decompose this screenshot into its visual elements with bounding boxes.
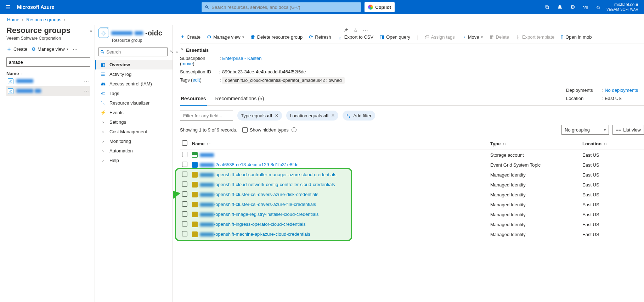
- row-checkbox[interactable]: [182, 152, 187, 157]
- move-button[interactable]: →Move▾: [461, 34, 483, 40]
- row-checkbox[interactable]: [182, 172, 187, 177]
- help-icon[interactable]: ?⃝: [580, 0, 591, 14]
- nav-item-activity-log[interactable]: ☰Activity log: [95, 69, 173, 79]
- select-all-checkbox[interactable]: [182, 140, 187, 146]
- resource-link[interactable]: -openshift-image-registry-installer-clou…: [200, 212, 319, 217]
- breadcrumb-home[interactable]: Home: [7, 17, 19, 22]
- row-type: Managed Identity: [488, 229, 580, 239]
- nav-item-overview[interactable]: ◧Overview: [95, 60, 173, 69]
- manage-view-button[interactable]: ⚙Manage view▾: [207, 34, 244, 40]
- rg-list-item[interactable]: ◎ ⋯: [6, 76, 90, 86]
- row-location: East US: [580, 190, 644, 200]
- create-button[interactable]: ＋Create: [180, 34, 200, 40]
- resource-link[interactable]: -openshift-cluster-csi-drivers-azure-fil…: [200, 202, 316, 207]
- nav-item-access-control-iam-[interactable]: 👥︎Access control (IAM): [95, 79, 173, 89]
- col-name[interactable]: Name ↑↕: [190, 138, 488, 150]
- copilot-button[interactable]: Copilot: [365, 2, 395, 12]
- type-filter-pill[interactable]: Type equals all ✕: [237, 111, 282, 121]
- subscription-move-link[interactable]: move: [181, 61, 193, 66]
- open-query-button[interactable]: ◨Open query: [380, 34, 410, 40]
- rg-list-item[interactable]: ◎ ⋯: [6, 86, 90, 96]
- nav-search[interactable]: 🔍︎: [98, 47, 168, 56]
- grouping-dropdown[interactable]: No grouping ▾: [561, 125, 609, 135]
- info-icon[interactable]: i: [292, 127, 296, 132]
- nav-item-automation[interactable]: ›Automation: [95, 146, 173, 156]
- table-row[interactable]: -openshift-machine-api-azure-cloud-crede…: [180, 229, 644, 239]
- row-checkbox[interactable]: [182, 231, 187, 236]
- nav-item-help[interactable]: ›Help: [95, 156, 173, 165]
- create-button[interactable]: ＋ Create: [6, 46, 27, 52]
- subscription-link[interactable]: Enterprise - Kasten: [222, 56, 261, 61]
- more-icon[interactable]: ⋯: [84, 88, 89, 94]
- manage-view-button[interactable]: ⚙ Manage view ▾: [32, 46, 68, 52]
- cloud-shell-icon[interactable]: ⧉: [542, 0, 553, 14]
- nav-item-resource-visualizer[interactable]: ⋱Resource visualizer: [95, 98, 173, 108]
- sort-menu-icon: ↑↓: [503, 142, 506, 146]
- show-hidden-checkbox[interactable]: [242, 127, 248, 133]
- row-checkbox[interactable]: [182, 201, 187, 207]
- table-row[interactable]: -openshift-ingress-operator-cloud-creden…: [180, 219, 644, 229]
- refresh-button[interactable]: ⟳Refresh: [309, 34, 331, 40]
- row-checkbox[interactable]: [182, 162, 187, 167]
- resource-link[interactable]: -2caf6538-ce13-4ecc-a129-8d1fb31e8fdc: [200, 162, 299, 167]
- deployments-link[interactable]: No deployments: [605, 88, 638, 93]
- row-checkbox[interactable]: [182, 191, 187, 197]
- resource-link[interactable]: [200, 152, 214, 157]
- resource-link[interactable]: -openshift-cluster-csi-drivers-azure-dis…: [200, 192, 318, 197]
- global-search[interactable]: 🔍︎: [202, 2, 361, 12]
- resource-link[interactable]: -openshift-ingress-operator-cloud-creden…: [200, 222, 306, 227]
- breadcrumb-resource-groups[interactable]: Resource groups: [26, 17, 61, 22]
- feedback-icon[interactable]: ☺︎: [593, 0, 604, 14]
- tab-recommendations[interactable]: Recommendations (5): [215, 92, 265, 105]
- copilot-icon: [368, 5, 373, 10]
- pin-icon[interactable]: 📌︎: [343, 27, 348, 34]
- nav-item-monitoring[interactable]: ›Monitoring: [95, 136, 173, 146]
- tab-resources[interactable]: Resources: [180, 92, 207, 106]
- nav-item-cost-management[interactable]: ›Cost Management: [95, 127, 173, 136]
- account-block[interactable]: michael.cour VEEAM SOFTWAR: [604, 2, 641, 12]
- nav-item-settings[interactable]: ›Settings: [95, 117, 173, 127]
- table-row[interactable]: -openshift-image-registry-installer-clou…: [180, 209, 644, 219]
- table-row[interactable]: -openshift-cluster-csi-drivers-azure-dis…: [180, 190, 644, 200]
- tags-edit-link[interactable]: edit: [192, 77, 200, 83]
- close-icon[interactable]: ✕: [331, 113, 335, 118]
- nav-item-tags[interactable]: 🏷︎Tags: [95, 89, 173, 98]
- nav-item-label: Events: [109, 110, 124, 115]
- rg-list-header[interactable]: Name ↑: [6, 71, 90, 76]
- tag-chip[interactable]: openshift.io_cloud-credential-operator_a…: [222, 77, 344, 84]
- row-checkbox[interactable]: [182, 211, 187, 217]
- resource-link[interactable]: -openshift-cloud-controller-manager-azur…: [200, 172, 336, 177]
- hamburger-icon[interactable]: ☰: [3, 4, 13, 11]
- nav-search-input[interactable]: [106, 49, 166, 55]
- row-checkbox[interactable]: [182, 181, 187, 187]
- list-view-button[interactable]: ≡≡ List view: [612, 125, 644, 135]
- essentials-toggle[interactable]: ⌃ Essentials: [180, 46, 644, 56]
- nav-item-events[interactable]: ⚡Events: [95, 108, 173, 117]
- collapse-panel-icon[interactable]: «: [90, 28, 91, 33]
- resource-link[interactable]: -openshift-machine-api-azure-cloud-crede…: [200, 231, 310, 237]
- close-icon[interactable]: ✕: [275, 113, 278, 118]
- table-row[interactable]: -openshift-cluster-csi-drivers-azure-fil…: [180, 200, 644, 209]
- global-search-input[interactable]: [211, 5, 358, 10]
- more-icon[interactable]: ⋯: [84, 78, 89, 84]
- notifications-icon[interactable]: 🔔︎: [555, 0, 565, 14]
- open-mobile-button[interactable]: ▯Open in mob: [561, 34, 592, 40]
- location-filter-pill[interactable]: Location equals all ✕: [286, 111, 338, 121]
- more-icon[interactable]: ⋯: [363, 27, 368, 34]
- table-row[interactable]: -openshift-cloud-network-config-controll…: [180, 180, 644, 190]
- table-row[interactable]: Storage accountEast US: [180, 150, 644, 160]
- favorite-icon[interactable]: ☆: [353, 27, 358, 34]
- add-filter-pill[interactable]: ⁺ᵧ Add filter: [343, 111, 375, 121]
- export-csv-button[interactable]: ⭳Export to CSV: [338, 34, 373, 40]
- row-checkbox[interactable]: [182, 221, 187, 226]
- more-actions-icon[interactable]: ⋯: [73, 46, 78, 52]
- delete-rg-button[interactable]: 🗑︎Delete resource group: [250, 34, 303, 40]
- table-row[interactable]: -openshift-cloud-controller-manager-azur…: [180, 170, 644, 180]
- col-type[interactable]: Type ↑↓: [488, 138, 580, 150]
- settings-icon[interactable]: ⚙: [567, 0, 578, 14]
- resource-link[interactable]: -openshift-cloud-network-config-controll…: [200, 182, 335, 187]
- col-location[interactable]: Location ↑↓: [580, 138, 644, 150]
- rg-filter-input[interactable]: [6, 57, 90, 67]
- filter-any-field-input[interactable]: [180, 111, 233, 121]
- table-row[interactable]: -2caf6538-ce13-4ecc-a129-8d1fb31e8fdcEve…: [180, 160, 644, 170]
